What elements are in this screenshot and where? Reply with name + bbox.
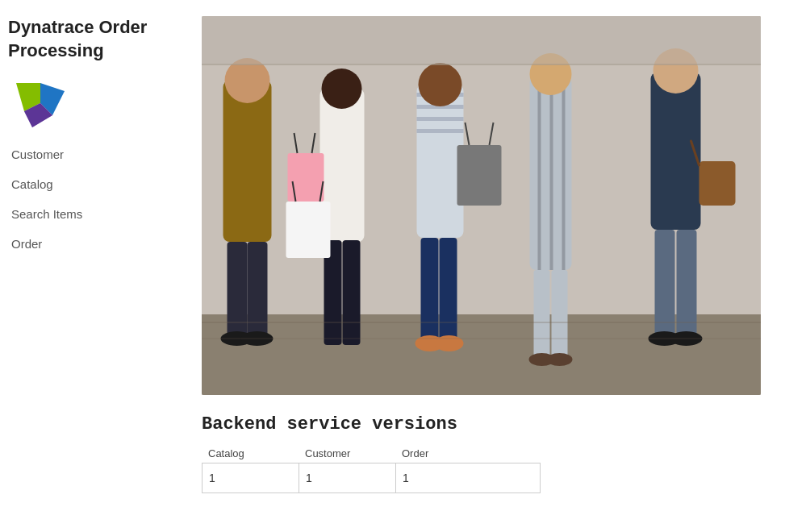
svg-rect-41: [552, 270, 568, 359]
main-content: Backend service versions Catalog Custome…: [177, 0, 785, 532]
svg-rect-36: [538, 77, 541, 270]
svg-rect-16: [288, 153, 324, 202]
sidebar-item-catalog[interactable]: Catalog: [8, 169, 169, 199]
table-cell-catalog: 1: [203, 463, 299, 493]
svg-point-29: [419, 63, 462, 106]
sidebar-item-customer[interactable]: Customer: [8, 139, 169, 169]
svg-rect-26: [417, 129, 464, 133]
table-header-customer: Customer: [299, 447, 395, 459]
svg-rect-19: [286, 202, 331, 258]
svg-point-43: [547, 353, 573, 366]
svg-rect-8: [248, 242, 268, 339]
svg-rect-40: [534, 270, 550, 359]
svg-rect-52: [202, 16, 761, 64]
svg-rect-27: [421, 238, 439, 343]
sidebar-item-search-items[interactable]: Search Items: [8, 199, 169, 229]
hero-image-container: [202, 16, 761, 395]
hero-image: [202, 16, 761, 395]
svg-rect-28: [440, 238, 457, 343]
svg-rect-7: [228, 242, 248, 339]
svg-rect-48: [699, 161, 736, 206]
app-title: Dynatrace Order Processing: [8, 16, 169, 62]
svg-rect-25: [417, 117, 464, 121]
table-cell-order: 1: [396, 463, 493, 493]
svg-rect-38: [562, 77, 566, 270]
sidebar-item-order[interactable]: Order: [8, 229, 169, 259]
backend-versions-section: Backend service versions Catalog Custome…: [202, 414, 541, 493]
dynatrace-logo: [8, 75, 73, 139]
table-values-row: 1 1 1: [202, 463, 541, 493]
backend-section-title: Backend service versions: [202, 414, 541, 434]
table-header-catalog: Catalog: [202, 447, 299, 459]
table-cell-customer: 1: [299, 463, 396, 493]
svg-rect-37: [550, 77, 553, 270]
table-header-order: Order: [395, 447, 492, 459]
svg-rect-6: [223, 81, 272, 242]
table-headers: Catalog Customer Order: [202, 447, 541, 459]
sidebar-navigation: Customer Catalog Search Items Order: [8, 139, 169, 259]
svg-point-34: [435, 335, 464, 351]
svg-rect-30: [457, 145, 502, 206]
svg-point-15: [322, 69, 362, 109]
sidebar: Dynatrace Order Processing Customer Cata…: [0, 0, 177, 532]
svg-rect-14: [343, 240, 361, 345]
